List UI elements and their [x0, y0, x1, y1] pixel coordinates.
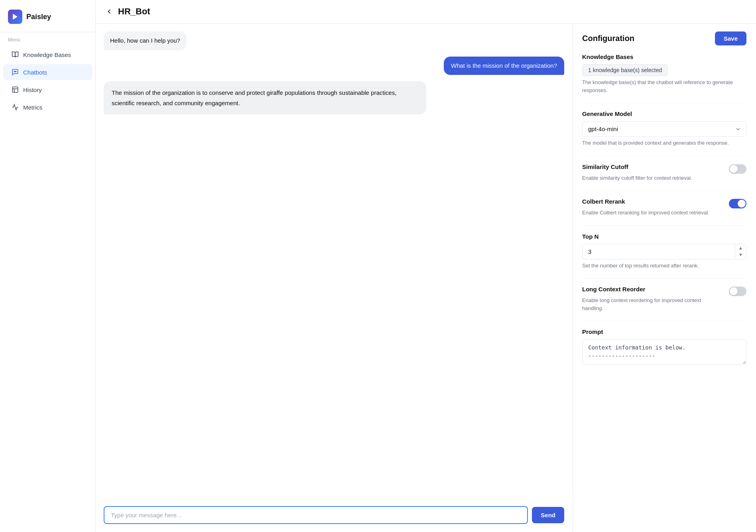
long-context-info: Long Context Reorder Enable long context…: [582, 286, 723, 312]
kb-badge[interactable]: 1 knowledge base(s) selected: [582, 64, 668, 76]
save-button[interactable]: Save: [715, 31, 746, 45]
svg-point-1: [14, 71, 15, 72]
message-bot-response-1: The mission of the organization is to co…: [104, 81, 426, 114]
chat-input-area: Send: [104, 506, 564, 524]
page-title: HR_Bot: [118, 6, 150, 17]
sidebar-item-label: History: [23, 86, 42, 93]
history-icon: [11, 86, 19, 94]
sidebar-item-label: Knowledge Bases: [23, 51, 71, 58]
metrics-icon: [11, 103, 19, 111]
app-name: Paisley: [26, 13, 51, 21]
colbert-rerank-info: Colbert Rerank Enable Colbert reranking …: [582, 198, 723, 217]
sidebar-item-label: Metrics: [23, 104, 42, 111]
top-n-spinners: ▲ ▼: [735, 245, 746, 258]
top-n-input-wrap: ▲ ▼: [582, 244, 746, 259]
config-similarity-cutoff: Similarity Cutoff Enable similarity cuto…: [582, 163, 746, 182]
gen-model-label: Generative Model: [582, 110, 746, 117]
book-icon: [11, 51, 19, 59]
sidebar: Paisley Menu Knowledge Bases Chatbots: [0, 0, 96, 532]
colbert-rerank-label: Colbert Rerank: [582, 198, 723, 205]
prompt-textarea[interactable]: Context information is below. ----------…: [582, 339, 746, 365]
logo-area: Paisley: [0, 6, 95, 32]
gen-model-description: The model that is provided context and g…: [582, 139, 746, 147]
config-generative-model: Generative Model gpt-4o-mini gpt-4o gpt-…: [582, 110, 746, 147]
similarity-cutoff-info: Similarity Cutoff Enable similarity cuto…: [582, 163, 723, 182]
menu-label: Menu: [0, 37, 95, 46]
prompt-label: Prompt: [582, 328, 746, 335]
sidebar-divider: [0, 32, 95, 32]
svg-rect-4: [12, 87, 18, 92]
config-top-n: Top N ▲ ▼ Set the number of top results …: [582, 233, 746, 270]
back-button[interactable]: [105, 8, 113, 16]
page-header: HR_Bot: [96, 0, 756, 24]
top-n-decrement[interactable]: ▼: [735, 251, 746, 258]
similarity-cutoff-desc: Enable similarity cutoff filter for cont…: [582, 174, 723, 182]
top-n-input[interactable]: [583, 244, 735, 259]
kb-label: Knowledge Bases: [582, 53, 746, 60]
similarity-cutoff-thumb: [730, 165, 738, 173]
chat-icon: [11, 68, 19, 76]
config-header: Configuration Save: [582, 31, 746, 45]
long-context-thumb: [730, 287, 738, 295]
svg-marker-0: [13, 14, 18, 20]
svg-point-3: [16, 71, 17, 72]
similarity-cutoff-row: Similarity Cutoff Enable similarity cuto…: [582, 163, 746, 182]
top-n-increment[interactable]: ▲: [735, 245, 746, 251]
config-colbert-rerank: Colbert Rerank Enable Colbert reranking …: [582, 198, 746, 217]
content-area: Hello, how can I help you? What is the m…: [96, 24, 756, 532]
colbert-rerank-track: [729, 199, 746, 208]
sidebar-item-knowledge-bases[interactable]: Knowledge Bases: [3, 47, 92, 63]
similarity-cutoff-track: [729, 164, 746, 174]
colbert-rerank-thumb: [738, 200, 746, 208]
config-title: Configuration: [582, 34, 634, 43]
top-n-label: Top N: [582, 233, 746, 240]
config-knowledge-bases: Knowledge Bases 1 knowledge base(s) sele…: [582, 53, 746, 94]
long-context-toggle[interactable]: [729, 287, 746, 296]
config-long-context-reorder: Long Context Reorder Enable long context…: [582, 286, 746, 312]
sidebar-item-history[interactable]: History: [3, 82, 92, 98]
long-context-track: [729, 287, 746, 296]
long-context-row: Long Context Reorder Enable long context…: [582, 286, 746, 312]
chat-messages: Hello, how can I help you? What is the m…: [104, 31, 564, 503]
sidebar-item-metrics[interactable]: Metrics: [3, 99, 92, 115]
sidebar-item-label: Chatbots: [23, 69, 47, 76]
colbert-rerank-toggle[interactable]: [729, 199, 746, 208]
long-context-label: Long Context Reorder: [582, 286, 723, 293]
long-context-desc: Enable long context reordering for impro…: [582, 296, 723, 312]
similarity-cutoff-toggle[interactable]: [729, 164, 746, 174]
chat-input[interactable]: [104, 506, 528, 524]
app-logo-icon: [8, 10, 22, 24]
generative-model-select[interactable]: gpt-4o-mini gpt-4o gpt-3.5-turbo: [582, 121, 746, 137]
svg-point-2: [15, 71, 16, 72]
kb-description: The knowledge base(s) that the chatbot w…: [582, 79, 746, 94]
message-bot-greeting: Hello, how can I help you?: [104, 31, 187, 50]
main-area: HR_Bot Hello, how can I help you? What i…: [96, 0, 756, 532]
colbert-rerank-desc: Enable Colbert reranking for improved co…: [582, 209, 723, 217]
config-panel: Configuration Save Knowledge Bases 1 kno…: [573, 24, 756, 532]
sidebar-item-chatbots[interactable]: Chatbots: [3, 64, 92, 80]
colbert-rerank-row: Colbert Rerank Enable Colbert reranking …: [582, 198, 746, 217]
top-n-desc: Set the number of top results returned a…: [582, 262, 746, 270]
chat-panel: Hello, how can I help you? What is the m…: [96, 24, 573, 532]
message-user-1: What is the mission of the organization?: [444, 57, 564, 75]
similarity-cutoff-label: Similarity Cutoff: [582, 163, 723, 170]
config-prompt: Prompt Context information is below. ---…: [582, 328, 746, 366]
send-button[interactable]: Send: [532, 507, 564, 523]
